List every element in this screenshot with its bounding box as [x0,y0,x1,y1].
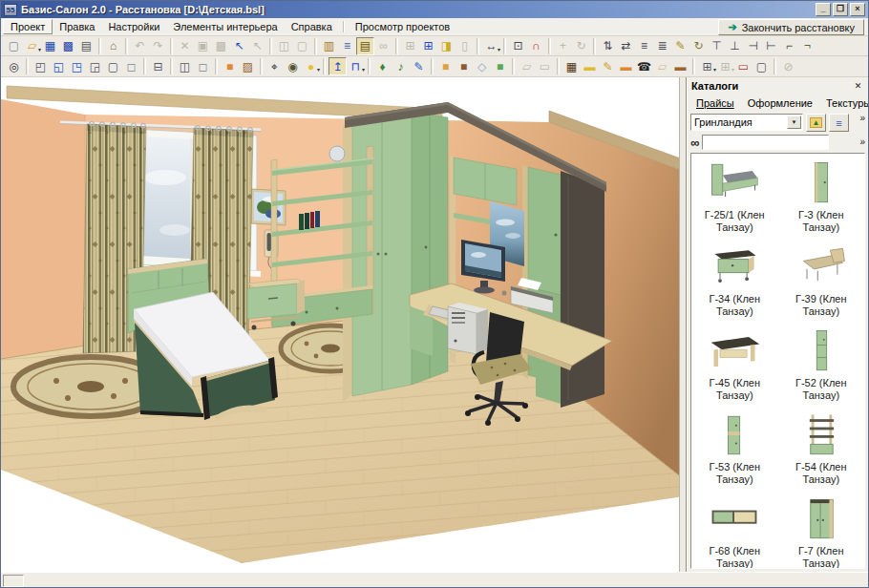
tool-box-on-icon[interactable]: ◫ [176,57,194,75]
catalog-item-g-7[interactable]: Г-7 (Клен Танзау) [779,494,863,569]
tool-camera-view-icon[interactable]: ⌖ [265,57,284,75]
tool-lighting-icon[interactable]: ●▾ [302,57,320,75]
tool-turn-object-icon[interactable]: ↻ [689,37,708,55]
tool-material-cube-icon[interactable]: ■ [221,57,239,75]
tool-save-icon[interactable]: ▦ [41,37,59,55]
tool-view-front-icon[interactable]: ◰ [32,57,50,75]
catalog-item-g-68[interactable]: Г-68 (Клен Танзау) [692,494,776,569]
tool-presentation-icon[interactable]: ▢ [752,57,771,75]
tool-ungroup-icon[interactable]: ▢ [293,37,311,55]
catalog-item-g-45[interactable]: Г-45 (Клен Танзау) [692,326,776,402]
search-overflow-chevron[interactable]: » [859,137,865,147]
panel-overflow-chevron[interactable]: » [859,114,865,123]
tool-group-icon[interactable]: ◫ [275,37,293,55]
wall-picture[interactable] [251,189,286,225]
tool-ruler-icon[interactable]: ▭ [734,57,752,75]
catalog-item-g-52[interactable]: Г-52 (Клен Танзау) [779,326,863,402]
catalog-item-g-54[interactable]: Г-54 (Клен Танзау) [779,410,863,486]
tool-window-editor-icon[interactable]: ⊞ [419,37,437,55]
tool-new-project-icon[interactable]: ▢ [5,37,23,55]
menu-item-5[interactable]: Просмотр проектов [349,20,456,33]
tool-table-icon[interactable]: ⊞ [401,37,419,55]
tool-schedule-alt-icon[interactable]: ⊞▾ [716,57,734,75]
maximize-button[interactable]: ❐ [833,3,848,16]
tool-align-right-icon[interactable]: ⊢ [762,37,780,55]
tool-snapshot-icon[interactable]: ◉ [284,57,302,75]
catalog-item-g-53[interactable]: Г-53 (Клен Танзау) [692,410,776,486]
tool-paste-icon[interactable]: ▩ [212,37,230,55]
tool-phone-tool-icon[interactable]: ☎ [635,57,653,75]
tool-view-wireframe-icon[interactable]: ▢ [104,57,122,75]
combo-arrow-icon[interactable]: ▼ [787,116,801,129]
tool-align-row-icon[interactable]: ≣ [653,37,671,55]
pc-tower[interactable] [448,303,488,354]
tool-material-green-icon[interactable]: ■ [491,57,509,75]
menu-item-2[interactable]: Настройки [101,20,166,33]
tool-brush-tool-icon[interactable]: ✎ [410,57,428,75]
tool-pencil-tool-icon[interactable]: ✎ [599,57,617,75]
tool-properties-panel-icon[interactable]: ▥ [320,37,338,55]
catalog-item-g-34[interactable]: Г-34 (Клен Танзау) [692,242,776,318]
tab-1[interactable]: Оформление [742,97,818,109]
tool-find-object-icon[interactable]: ∞ [374,37,392,55]
tool-view-iso-icon[interactable]: ◲ [86,57,104,75]
menu-item-1[interactable]: Правка [53,20,101,33]
tool-select-pointer-icon[interactable]: ↖ [230,37,248,55]
tool-weave-texture-icon[interactable]: ▦ [562,57,581,75]
tool-view-left-icon[interactable]: ◳ [68,57,86,75]
tool-zoom-tool-icon[interactable]: ◎ [5,57,23,75]
tool-corner-right-icon[interactable]: ¬ [798,37,816,55]
tool-move-object-icon[interactable]: + [554,37,572,55]
tool-edit-mode-icon[interactable]: ▤ [356,37,374,55]
tool-section-view-icon[interactable]: ⊟ [149,57,167,75]
tool-material-wood-icon[interactable]: ■ [436,57,455,75]
tool-annotation-icon[interactable]: ♪ [392,57,410,75]
tool-rotate-object-icon[interactable]: ↻ [572,37,590,55]
load-catalog-button[interactable]: ▲ [806,114,826,132]
tool-dimensions-icon[interactable]: ↔▾ [482,37,500,55]
panel-splitter[interactable] [679,77,687,572]
tool-distribute-v-icon[interactable]: ⇅ [599,37,617,55]
tool-open-project-icon[interactable]: ▱▾ [23,37,41,55]
tool-align-left-icon[interactable]: ⊣ [744,37,762,55]
tool-wall-mode-icon[interactable]: ⊓▾ [347,57,365,75]
tool-walkthrough-icon[interactable]: ♦ [373,57,392,75]
tool-plinth-tool-icon[interactable]: ▬ [671,57,689,75]
catalog-item-g-39[interactable]: Г-39 (Клен Танзау) [779,242,863,318]
menu-item-0[interactable]: Проект [3,19,53,34]
close-button[interactable]: × [850,3,865,16]
tool-select-alt-icon[interactable]: ↖ [248,37,266,55]
tool-copy-icon[interactable]: ▣ [194,37,212,55]
tool-magnet-snap-icon[interactable]: ∩ [527,37,545,55]
search-input[interactable] [702,135,829,150]
computer-mouse[interactable] [502,291,507,296]
tool-redo-icon[interactable]: ↷ [149,37,167,55]
tool-corner-left-icon[interactable]: ⌐ [780,37,798,55]
tool-duplicate-object-icon[interactable]: ⊡ [509,37,527,55]
tool-wall-tool-icon[interactable]: ▯ [456,37,474,55]
tool-view-back-icon[interactable]: ◻ [122,57,140,75]
tool-wall-height-icon[interactable]: ↥ [329,57,347,75]
tool-stop-icon[interactable]: ⊘ [779,57,797,75]
tool-tile-tool-icon[interactable]: ▱ [653,57,671,75]
tool-plank-tool-icon[interactable]: ▬ [617,57,635,75]
tab-0[interactable]: Прайсы [690,97,740,109]
menu-item-4[interactable]: Справка [285,20,339,33]
tool-material-glass-icon[interactable]: ◇ [473,57,491,75]
tool-align-bottom-icon[interactable]: ⊥ [726,37,744,55]
scene-view[interactable] [1,77,679,572]
tool-print-icon[interactable]: ▤ [77,37,95,55]
tab-2[interactable]: Текстуры [820,97,869,109]
tool-distribute-h-icon[interactable]: ⇄ [617,37,635,55]
catalog-item-g-25-1[interactable]: Г-25/1 (Клен Танзау) [692,158,776,234]
tool-align-top-icon[interactable]: ⊤ [708,37,726,55]
catalog-select[interactable]: Гринландия ▼ [690,114,803,131]
catalog-item-g-3[interactable]: Г-3 (Клен Танзау) [779,158,863,234]
tool-eraser-tool-icon[interactable]: ▬ [581,57,599,75]
view-mode-button[interactable]: ≡ [829,114,849,132]
tool-contour-tool-icon[interactable]: ▱ [518,57,536,75]
tool-schedule-icon[interactable]: ⊞▾ [698,57,716,75]
tool-save-all-icon[interactable]: ▩ [59,37,77,55]
tool-door-editor-icon[interactable]: ◨ [437,37,456,55]
finish-arrangement-button[interactable]: ➔ Закончить расстановку [718,19,864,35]
